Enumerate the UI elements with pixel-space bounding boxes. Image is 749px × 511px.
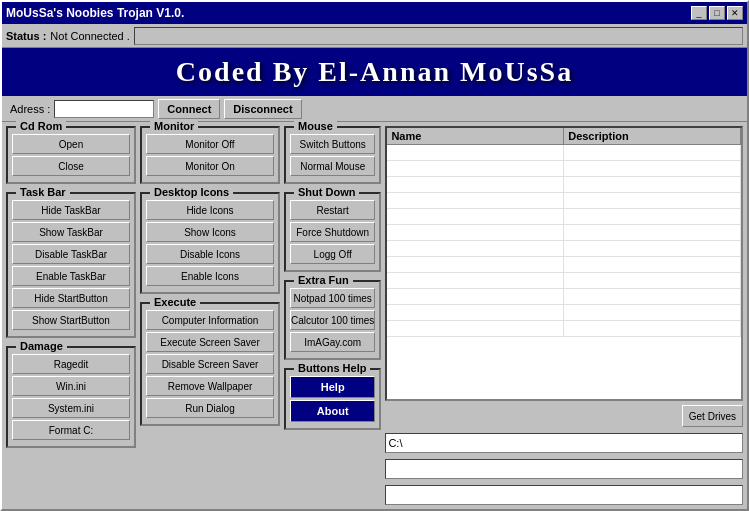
mouse-title: Mouse <box>294 120 337 132</box>
table-row <box>387 225 741 241</box>
calcutor-button[interactable]: Calcutor 100 times <box>290 310 375 330</box>
drive-input[interactable] <box>385 433 743 453</box>
computer-info-button[interactable]: Computer Information <box>146 310 274 330</box>
run-dialog-button[interactable]: Run Dialog <box>146 398 274 418</box>
show-taskbar-button[interactable]: Show TaskBar <box>12 222 130 242</box>
right-controls: Get Drives <box>385 405 743 505</box>
hide-startbutton-button[interactable]: Hide StartButton <box>12 288 130 308</box>
table-row <box>387 241 741 257</box>
hide-icons-button[interactable]: Hide Icons <box>146 200 274 220</box>
name-column-header: Name <box>387 128 564 144</box>
extra-fun-section: Extra Fun Notpad 100 times Calcutor 100 … <box>284 280 381 360</box>
table-row <box>387 321 741 337</box>
header-text: Coded By El-Annan MoUsSa <box>176 56 573 88</box>
data-table: Name Description <box>385 126 743 401</box>
shutdown-title: Shut Down <box>294 186 359 198</box>
execute-section: Execute Computer Information Execute Scr… <box>140 302 280 426</box>
address-label: Adress : <box>10 103 50 115</box>
cd-open-button[interactable]: Open <box>12 134 130 154</box>
table-row <box>387 177 741 193</box>
cd-close-button[interactable]: Close <box>12 156 130 176</box>
remove-wallpaper-button[interactable]: Remove Wallpaper <box>146 376 274 396</box>
notpad-button[interactable]: Notpad 100 times <box>290 288 375 308</box>
address-input[interactable] <box>54 100 154 118</box>
extra-fun-title: Extra Fun <box>294 274 353 286</box>
middle-panel: Monitor Monitor Off Monitor On Desktop I… <box>140 126 280 505</box>
close-button[interactable]: ✕ <box>727 6 743 20</box>
address-bar: Adress : Connect Disconnect <box>2 96 747 122</box>
table-body[interactable] <box>387 145 741 340</box>
table-row <box>387 193 741 209</box>
monitor-section: Monitor Monitor Off Monitor On <box>140 126 280 184</box>
status-label: Status : <box>6 30 46 42</box>
window-title: MoUsSa's Noobies Trojan V1.0. <box>6 6 184 20</box>
task-bar-section: Task Bar Hide TaskBar Show TaskBar Disab… <box>6 192 136 338</box>
exec-screensaver-button[interactable]: Execute Screen Saver <box>146 332 274 352</box>
enable-taskbar-button[interactable]: Enable TaskBar <box>12 266 130 286</box>
table-row <box>387 145 741 161</box>
force-shutdown-button[interactable]: Force Shutdown <box>290 222 375 242</box>
logg-off-button[interactable]: Logg Off <box>290 244 375 264</box>
table-header: Name Description <box>387 128 741 145</box>
disconnect-button[interactable]: Disconnect <box>224 99 301 119</box>
execute-title: Execute <box>150 296 200 308</box>
desktop-icons-title: Desktop Icons <box>150 186 233 198</box>
enable-icons-button[interactable]: Enable Icons <box>146 266 274 286</box>
show-icons-button[interactable]: Show Icons <box>146 222 274 242</box>
main-window: MoUsSa's Noobies Trojan V1.0. _ □ ✕ Stat… <box>0 0 749 511</box>
status-field <box>134 27 743 45</box>
header-banner: Coded By El-Annan MoUsSa <box>2 48 747 96</box>
help-button[interactable]: Help <box>290 376 375 398</box>
maximize-button[interactable]: □ <box>709 6 725 20</box>
winini-button[interactable]: Win.ini <box>12 376 130 396</box>
ragedit-button[interactable]: Ragedit <box>12 354 130 374</box>
disable-taskbar-button[interactable]: Disable TaskBar <box>12 244 130 264</box>
formatc-button[interactable]: Format C: <box>12 420 130 440</box>
minimize-button[interactable]: _ <box>691 6 707 20</box>
disable-screensaver-button[interactable]: Disable Screen Saver <box>146 354 274 374</box>
shutdown-section: Shut Down Restart Force Shutdown Logg Of… <box>284 192 381 272</box>
log-input-1[interactable] <box>385 459 743 479</box>
left-panel: Cd Rom Open Close Task Bar Hide TaskBar … <box>6 126 136 505</box>
table-row <box>387 289 741 305</box>
table-area: Name Description <box>385 126 743 505</box>
title-bar-buttons: _ □ ✕ <box>691 6 743 20</box>
show-startbutton-button[interactable]: Show StartButton <box>12 310 130 330</box>
center-sections: Mouse Switch Buttons Normal Mouse Shut D… <box>284 126 381 505</box>
disable-icons-button[interactable]: Disable Icons <box>146 244 274 264</box>
table-row <box>387 209 741 225</box>
log-input-2[interactable] <box>385 485 743 505</box>
monitor-off-button[interactable]: Monitor Off <box>146 134 274 154</box>
cd-rom-section: Cd Rom Open Close <box>6 126 136 184</box>
status-value: Not Connected . <box>50 30 130 42</box>
desktop-icons-section: Desktop Icons Hide Icons Show Icons Disa… <box>140 192 280 294</box>
description-column-header: Description <box>564 128 741 144</box>
sysini-button[interactable]: System.ini <box>12 398 130 418</box>
about-button[interactable]: About <box>290 400 375 422</box>
table-row <box>387 257 741 273</box>
get-drives-button[interactable]: Get Drives <box>682 405 743 427</box>
table-row <box>387 161 741 177</box>
connect-button[interactable]: Connect <box>158 99 220 119</box>
restart-button[interactable]: Restart <box>290 200 375 220</box>
table-row <box>387 305 741 321</box>
table-row <box>387 273 741 289</box>
title-bar: MoUsSa's Noobies Trojan V1.0. _ □ ✕ <box>2 2 747 24</box>
main-content: Cd Rom Open Close Task Bar Hide TaskBar … <box>2 122 747 509</box>
mouse-section: Mouse Switch Buttons Normal Mouse <box>284 126 381 184</box>
damage-section: Damage Ragedit Win.ini System.ini Format… <box>6 346 136 448</box>
task-bar-title: Task Bar <box>16 186 70 198</box>
monitor-title: Monitor <box>150 120 198 132</box>
damage-title: Damage <box>16 340 67 352</box>
cd-rom-title: Cd Rom <box>16 120 66 132</box>
switch-buttons-button[interactable]: Switch Buttons <box>290 134 375 154</box>
normal-mouse-button[interactable]: Normal Mouse <box>290 156 375 176</box>
buttons-help-title: Buttons Help <box>294 362 370 374</box>
imagay-button[interactable]: ImAGay.com <box>290 332 375 352</box>
buttons-help-section: Buttons Help Help About <box>284 368 381 430</box>
hide-taskbar-button[interactable]: Hide TaskBar <box>12 200 130 220</box>
monitor-on-button[interactable]: Monitor On <box>146 156 274 176</box>
status-bar: Status : Not Connected . <box>2 24 747 48</box>
